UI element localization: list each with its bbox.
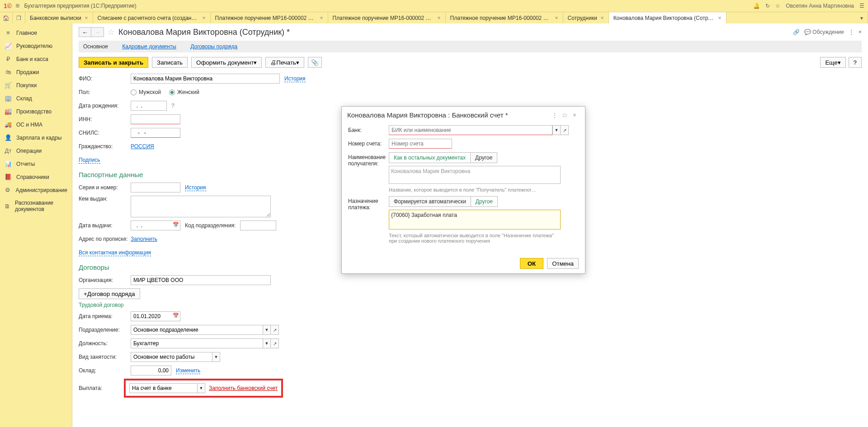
home-button[interactable]: 🏠 (0, 12, 13, 23)
sidebar-item-operations[interactable]: ДтОперации (0, 144, 72, 157)
more-button[interactable]: Еще ▾ (820, 57, 845, 68)
close-icon[interactable]: × (203, 15, 206, 21)
account-input[interactable] (389, 139, 452, 149)
close-icon[interactable]: × (320, 15, 323, 21)
back-button[interactable]: ← (79, 27, 91, 37)
division-input[interactable] (131, 325, 263, 335)
sidebar-item-assets[interactable]: 🚚ОС и НМА (0, 118, 72, 131)
tab-6[interactable]: Коновалова Мария Викторовна (Сотрудни...… (609, 12, 726, 23)
sidebar-item-sales[interactable]: 🛍Продажи (0, 66, 72, 79)
all-contact-link[interactable]: Вся контактная информация (79, 249, 151, 256)
close-icon[interactable]: × (718, 15, 722, 21)
dropdown-icon[interactable]: ▼ (197, 383, 205, 393)
kebab-icon[interactable]: ⋮ (849, 29, 854, 35)
print-button[interactable]: 🖨 Печать ▾ (265, 57, 304, 68)
radio-male[interactable]: Мужской (131, 89, 161, 95)
favorite-star-icon[interactable]: ☆ (108, 27, 115, 37)
tab-0[interactable]: Банковские выписки× (25, 12, 93, 23)
position-input[interactable] (131, 338, 263, 348)
sidebar-item-hr[interactable]: 👤Зарплата и кадры (0, 131, 72, 144)
dialog-maximize-icon[interactable]: □ (560, 112, 570, 118)
close-icon[interactable]: × (85, 15, 88, 21)
salary-change-link[interactable]: Изменить (176, 367, 200, 374)
tab-2[interactable]: Платежное поручение МР16-000002 от 18...… (211, 12, 328, 23)
toggle-other[interactable]: Другое (470, 153, 497, 163)
sidebar-item-bank[interactable]: ₽Банк и касса (0, 52, 72, 66)
help-button[interactable]: ? (849, 57, 862, 68)
add-contract-button[interactable]: + Договор подряда (79, 288, 140, 299)
sidebar-item-purchases[interactable]: 🛒Покупки (0, 79, 72, 92)
recipient-name-input[interactable]: Коновалова Мария Викторовна (389, 166, 561, 184)
series-history-link[interactable]: История (185, 184, 206, 191)
dropdown-icon[interactable]: ▼ (552, 125, 561, 135)
sidebar-item-manager[interactable]: 📈Руководителю (0, 39, 72, 52)
series-input[interactable] (131, 183, 180, 192)
sidebar-item-warehouse[interactable]: 🏢Склад (0, 92, 72, 105)
attach-button[interactable]: 📎 (308, 57, 322, 68)
subtab-main[interactable]: Основное (83, 43, 108, 50)
star-icon[interactable]: ☆ (775, 3, 780, 9)
address-fill-link[interactable]: Заполнить (131, 236, 157, 242)
fio-history-link[interactable]: История (284, 75, 306, 82)
link-icon[interactable]: 🔗 (793, 29, 800, 35)
toggle-other2[interactable]: Другое (471, 197, 497, 206)
open-ext-icon[interactable]: ↗ (271, 338, 279, 348)
close-page-icon[interactable]: × (859, 29, 862, 35)
hire-date-input[interactable] (131, 311, 180, 321)
dob-input[interactable] (131, 101, 167, 111)
subtab-contracts[interactable]: Договоры подряда (190, 43, 237, 50)
fill-bank-account-link[interactable]: Заполнить банковский счет (209, 385, 278, 391)
sidebar-item-main[interactable]: ≡Главное (0, 26, 72, 39)
org-input[interactable] (131, 275, 271, 285)
panel-toggle-icon[interactable]: ☰ (859, 3, 864, 9)
fio-input[interactable] (131, 74, 280, 84)
close-icon[interactable]: × (601, 15, 604, 21)
close-icon[interactable]: × (555, 15, 558, 21)
history-icon[interactable]: ↻ (765, 3, 770, 9)
issue-date-input[interactable] (131, 221, 180, 230)
issued-input[interactable] (131, 196, 271, 217)
save-close-button[interactable]: Записать и закрыть (79, 57, 148, 68)
ok-button[interactable]: ОК (520, 258, 544, 269)
signature-link[interactable]: Подпись (79, 157, 100, 164)
citizen-link[interactable]: РОССИЯ (131, 143, 154, 150)
subtab-hr[interactable]: Кадровые документы (122, 43, 176, 50)
windows-button[interactable]: ❐ (13, 12, 25, 23)
purpose-input[interactable]: {70060} Заработная плата (389, 210, 561, 230)
sidebar-item-admin[interactable]: ⚙Администрирование (0, 183, 72, 197)
sidebar-item-ocr[interactable]: 🗎Распознавание документов (0, 197, 72, 216)
dialog-close-icon[interactable]: × (570, 112, 580, 118)
tab-4[interactable]: Платежное поручение МР16-000002 от 18...… (446, 12, 563, 23)
emptype-input[interactable] (131, 352, 212, 362)
payment-select[interactable] (129, 383, 197, 393)
sidebar-item-catalogs[interactable]: 📕Справочники (0, 170, 72, 183)
bank-input[interactable] (389, 125, 552, 135)
tab-1[interactable]: Списание с расчетного счета (создание) *… (93, 12, 211, 23)
dropdown-icon[interactable]: ▼ (263, 325, 271, 335)
tab-3[interactable]: Платежное поручение МР16-000002 от 18...… (328, 12, 446, 23)
tab-5[interactable]: Сотрудники× (563, 12, 609, 23)
sidebar-item-production[interactable]: 🏭Производство (0, 105, 72, 118)
open-ext-icon[interactable]: ↗ (271, 325, 279, 335)
bell-icon[interactable]: 🔔 (753, 3, 760, 9)
discuss-button[interactable]: 💬 Обсуждение (804, 29, 844, 35)
salary-input[interactable] (131, 366, 171, 375)
hamburger-icon[interactable]: ≡ (15, 2, 19, 10)
tabbar-menu[interactable]: ▾ (855, 12, 868, 23)
close-icon[interactable]: × (438, 15, 441, 21)
dialog-kebab-icon[interactable]: ⋮ (550, 112, 560, 118)
toggle-auto[interactable]: Формируется автоматически (389, 197, 471, 206)
forward-button[interactable]: → (91, 27, 104, 37)
sidebar-item-reports[interactable]: 📊Отчеты (0, 157, 72, 170)
form-doc-button[interactable]: Оформить документ ▾ (191, 57, 262, 68)
cancel-button[interactable]: Отмена (547, 258, 579, 269)
dept-input[interactable] (240, 221, 276, 230)
snils-input[interactable] (131, 128, 180, 138)
open-ext-icon[interactable]: ↗ (561, 125, 569, 135)
dob-hint[interactable]: ? (171, 103, 175, 109)
save-button[interactable]: Записать (152, 57, 188, 68)
user-name[interactable]: Овсепян Анна Мартиновна (786, 3, 854, 9)
toggle-same[interactable]: Как в остальных документах (389, 153, 470, 163)
inn-input[interactable] (131, 114, 180, 124)
radio-female[interactable]: Женский (169, 89, 199, 95)
